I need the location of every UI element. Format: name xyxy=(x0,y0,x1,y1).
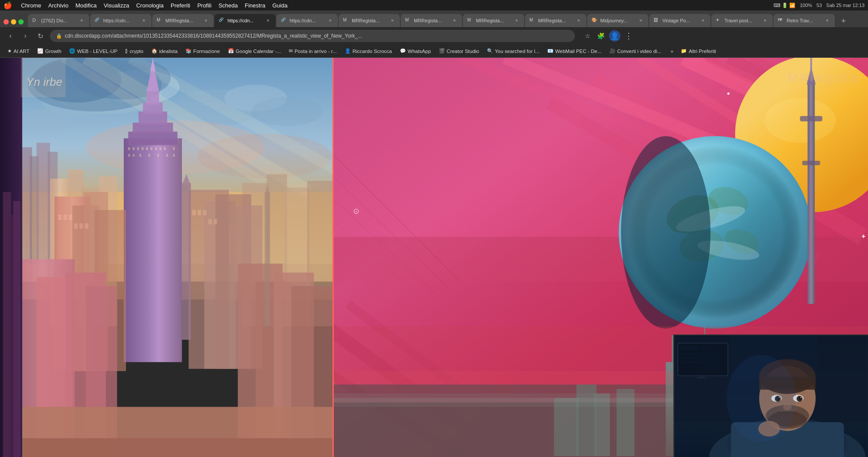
bookmark-riccardo[interactable]: 👤 Riccardo Scrocca xyxy=(342,47,395,55)
reload-button[interactable]: ↻ xyxy=(35,31,46,41)
menu-archivio[interactable]: Archivio xyxy=(48,2,68,9)
svg-rect-35 xyxy=(147,91,159,105)
menu-scheda[interactable]: Scheda xyxy=(218,2,238,9)
bookmark-riccardo-icon: 👤 xyxy=(345,48,351,54)
tab-close-9[interactable]: ✕ xyxy=(576,18,582,24)
bookmark-crypto-icon: ₿ xyxy=(125,49,128,54)
back-button[interactable]: ‹ xyxy=(5,31,16,41)
extensions-icon[interactable]: 🧩 xyxy=(596,31,606,41)
tab-title-2: https://cdn... xyxy=(103,18,138,23)
tab-10[interactable]: 🎨 Midjourney... ✕ xyxy=(587,14,648,27)
menu-preferiti[interactable]: Preferiti xyxy=(171,2,190,9)
bookmark-ai-art[interactable]: ★ AI ART xyxy=(4,47,32,55)
tab-2[interactable]: 🔗 https://cdn... ✕ xyxy=(90,14,151,27)
bookmark-star-icon[interactable]: ☆ xyxy=(583,31,592,41)
tab-close-12[interactable]: ✕ xyxy=(762,18,768,24)
bookmark-web-levelup[interactable]: 🌐 WEB - LEVEL-UP xyxy=(66,47,120,55)
bookmark-formazione-icon: 📚 xyxy=(186,48,192,54)
tab-11[interactable]: 🖼 Vintage Po... ✕ xyxy=(649,14,710,27)
bookmark-idealista-icon: 🏠 xyxy=(151,48,158,54)
tab-9[interactable]: M MRRegista... ✕ xyxy=(525,14,586,27)
bookmark-gcalendar[interactable]: 📅 Google Calendar -... xyxy=(225,47,284,55)
apple-menu-icon[interactable]: 🍎 xyxy=(4,1,12,10)
tabbar: D (2762) Dis... ✕ 🔗 https://cdn... ✕ M M… xyxy=(0,11,868,27)
tab-close-3[interactable]: ✕ xyxy=(203,18,209,24)
svg-rect-52 xyxy=(158,154,159,157)
bookmark-formazione[interactable]: 📚 Formazione xyxy=(182,47,223,55)
address-field[interactable]: 🔒 cdn.discordapp.com/attachments/1013512… xyxy=(50,30,575,42)
bookmark-whatsapp[interactable]: 💬 WhatsApp xyxy=(397,47,434,55)
tab-close-2[interactable]: ✕ xyxy=(141,18,147,24)
bookmark-posta[interactable]: ✉ Posta in arrivo - r... xyxy=(286,47,340,55)
battery: 53 xyxy=(816,3,822,8)
profile-icon[interactable]: 👤 xyxy=(609,30,620,42)
bookmark-idealista[interactable]: 🏠 idealista xyxy=(148,47,181,55)
close-window-button[interactable] xyxy=(4,19,9,25)
svg-rect-138 xyxy=(808,80,815,304)
tab-close-10[interactable]: ✕ xyxy=(638,18,644,24)
tab-6[interactable]: M MRRegista... ✕ xyxy=(339,14,400,27)
menu-modifica[interactable]: Modifica xyxy=(76,2,97,9)
tab-5[interactable]: 🔗 https://cdn... ✕ xyxy=(276,14,338,27)
tab-close-4[interactable]: ✕ xyxy=(265,18,271,24)
tab-title-8: MRRegista... xyxy=(476,18,511,23)
tab-title-13: Retro Trav... xyxy=(787,18,822,23)
menu-profili[interactable]: Profili xyxy=(197,2,212,9)
svg-rect-44 xyxy=(155,147,157,150)
tab-close-5[interactable]: ✕ xyxy=(327,18,333,24)
bookmark-growth[interactable]: 📈 Growth xyxy=(34,47,64,55)
bookmarks-more[interactable]: » xyxy=(668,47,676,55)
more-menu-icon[interactable]: ⋮ xyxy=(624,31,634,41)
tab-favicon-4: 🔗 xyxy=(219,18,225,24)
tab-close-7[interactable]: ✕ xyxy=(452,18,458,24)
menu-chrome[interactable]: Chrome xyxy=(21,2,41,9)
tab-close-13[interactable]: ✕ xyxy=(824,18,830,24)
tab-4-active[interactable]: 🔗 https://cdn... ✕ xyxy=(214,14,276,27)
minimize-window-button[interactable] xyxy=(11,19,16,25)
tab-close-11[interactable]: ✕ xyxy=(700,18,706,24)
tab-close-8[interactable]: ✕ xyxy=(514,18,520,24)
tab-3[interactable]: M MRRegista... ✕ xyxy=(152,14,214,27)
forward-button[interactable]: › xyxy=(20,31,31,41)
system-tray-icons: ⌨ 🔋 📶 xyxy=(774,3,795,8)
tab-close-6[interactable]: ✕ xyxy=(389,18,396,24)
svg-rect-53 xyxy=(166,154,168,157)
bookmark-growth-label: Growth xyxy=(45,49,61,54)
tab-7[interactable]: M MRRegista... ✕ xyxy=(401,14,462,27)
tab-title-6: MRRegista... xyxy=(352,18,387,23)
svg-point-110 xyxy=(727,92,729,95)
bookmark-webmail[interactable]: 📧 WebMail PEC - De... xyxy=(544,47,605,55)
tab-favicon-8: M xyxy=(467,18,473,24)
video-overlay xyxy=(673,334,868,457)
bookmark-altri[interactable]: 📁 Altri Preferiti xyxy=(678,47,719,55)
maximize-window-button[interactable] xyxy=(18,19,24,25)
tab-title-11: Vintage Po... xyxy=(662,18,697,23)
svg-rect-39 xyxy=(133,147,134,150)
bookmark-idealista-label: idealista xyxy=(159,49,178,54)
bookmark-web-icon: 🌐 xyxy=(69,48,75,54)
tab-close-1[interactable]: ✕ xyxy=(79,18,85,24)
bookmark-crypto[interactable]: ₿ crypto xyxy=(122,47,146,55)
bookmark-ai-art-label: AI ART xyxy=(14,49,29,54)
bookmark-search-label: You searched for l... xyxy=(495,49,539,54)
menu-cronologia[interactable]: Cronologia xyxy=(136,2,164,9)
bookmark-webmail-label: WebMail PEC - De... xyxy=(555,49,602,54)
menu-finestra[interactable]: Finestra xyxy=(245,2,266,9)
bookmark-ai-art-icon: ★ xyxy=(7,48,12,54)
svg-rect-30 xyxy=(124,138,182,362)
bookmark-converti-label: Converti i video di... xyxy=(617,49,662,54)
menu-visualizza[interactable]: Visualizza xyxy=(104,2,129,9)
tab-1[interactable]: D (2762) Dis... ✕ xyxy=(28,14,89,27)
tab-favicon-7: M xyxy=(405,18,411,24)
tab-8[interactable]: M MRRegista... ✕ xyxy=(463,14,524,27)
tab-title-3: MRRegista... xyxy=(165,18,200,23)
bookmark-creator-icon: 🎬 xyxy=(439,48,445,54)
bookmark-creator-studio[interactable]: 🎬 Creator Studio xyxy=(436,47,482,55)
bookmark-you-searched[interactable]: 🔍 You searched for l... xyxy=(484,47,542,55)
username-overlay: Yn irbe xyxy=(26,75,62,89)
tab-13[interactable]: 🗺 Retro Trav... ✕ xyxy=(774,14,835,27)
new-tab-button[interactable]: + xyxy=(837,15,850,27)
tab-12[interactable]: ✈ Travel post... ✕ xyxy=(711,14,773,27)
menu-guida[interactable]: Guida xyxy=(272,2,287,9)
bookmark-converti[interactable]: 🎥 Converti i video di... xyxy=(606,47,665,55)
